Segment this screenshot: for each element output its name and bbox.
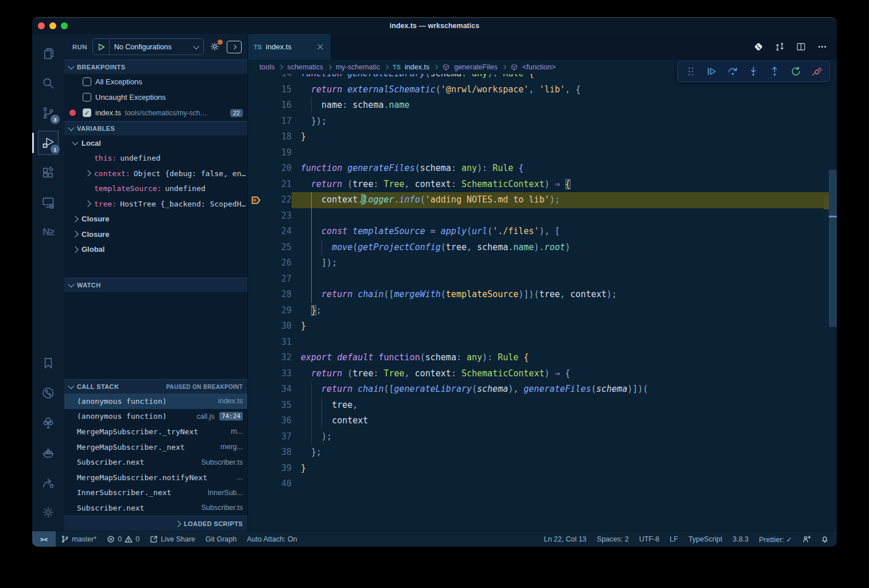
scrollbar-thumb[interactable] [829,170,837,327]
code-line-35[interactable]: 35 tree, [248,398,829,414]
code-line-16[interactable]: 16 name: schema.name [248,98,829,114]
gutter[interactable]: 32 [248,350,292,366]
activity-extensions[interactable] [34,158,62,188]
launch-configuration-dropdown[interactable]: No Configurations [92,38,204,55]
auto-attach-status[interactable]: Auto Attach: On [242,531,302,547]
variable-row[interactable]: Local [64,135,247,151]
variable-row[interactable]: Global [64,242,247,258]
call-stack-frame[interactable]: (anonymous function)call.js74:24 [64,409,247,425]
breadcrumb-folder[interactable]: schematics [287,63,323,71]
step-into-button[interactable] [746,64,762,80]
configure-gear-button[interactable] [209,41,222,53]
breadcrumb-symbol[interactable]: generateFiles [454,63,498,71]
breadcrumb-symbol[interactable]: <function> [522,63,556,71]
start-debugging-button[interactable] [93,39,110,54]
code-line-37[interactable]: 37 ); [248,429,829,445]
gutter[interactable]: 17 [248,114,292,130]
notifications-button[interactable] [816,531,837,547]
variable-row[interactable]: tree:HostTree {_backend: ScopedH… [64,196,247,212]
call-stack-header[interactable]: CALL STACK PAUSED ON BREAKPOINT [64,379,247,394]
gutter[interactable]: 36 [248,413,292,429]
code-line-23[interactable]: 23 [248,208,829,224]
breadcrumb-file[interactable]: index.ts [405,63,429,71]
activity-run-debug[interactable]: 1 [34,128,62,158]
gutter[interactable]: 24 [248,224,292,240]
activity-nx-console[interactable]: N≥ [34,217,62,247]
code-line-40[interactable]: 40 [248,476,829,492]
prettier-status[interactable]: Prettier: ✓ [754,531,797,547]
gutter[interactable]: 21 [248,177,292,193]
breadcrumb-folder[interactable]: my-schematic [336,63,380,71]
activity-search[interactable] [34,68,62,98]
checkbox[interactable]: ✓ [83,108,91,117]
activity-live-share[interactable] [34,468,62,497]
call-stack-frame[interactable]: Subscriber.nextSubscriber.ts [64,454,247,470]
step-over-button[interactable] [724,64,740,80]
step-out-button[interactable] [767,64,783,80]
branch-status[interactable]: master* [56,531,102,547]
gutter[interactable]: 19 [248,145,292,161]
open-changes-icon[interactable] [753,41,764,52]
code-line-38[interactable]: 38 }; [248,445,829,461]
code-line-18[interactable]: 18} [248,129,829,145]
toolbar-drag-handle[interactable] [682,64,699,80]
breakpoints-header[interactable]: BREAKPOINTS [64,60,247,74]
watch-header[interactable]: WATCH [64,278,247,292]
gutter[interactable]: 34 [248,381,292,398]
gutter[interactable]: 33 [248,366,292,382]
breakpoint-row[interactable]: ✓index.tstools/schematics/my-sch…22 [64,105,247,120]
encoding-status[interactable]: UTF-8 [634,531,664,547]
code-line-39[interactable]: 39} [248,461,829,477]
call-stack-frame[interactable]: Subscriber.nextSubscriber.ts [64,500,247,516]
activity-docker[interactable] [34,438,62,468]
gutter[interactable]: 26 [248,255,292,271]
gutter[interactable]: 25 [248,240,292,256]
variable-row[interactable]: Closure [64,227,247,242]
code-line-31[interactable]: 31 [248,334,829,351]
eol-status[interactable]: LF [665,531,684,547]
breadcrumb-folder[interactable]: tools [259,63,274,71]
gutter[interactable]: 29 [248,303,292,319]
code-line-30[interactable]: 30} [248,318,829,334]
gutter[interactable]: 28 [248,287,292,303]
code-line-24[interactable]: 24 const templateSource = apply(url('./f… [248,224,829,240]
current-line-breakpoint-icon[interactable] [248,192,264,208]
problems-status[interactable]: 0 0 [102,531,145,547]
typescript-version-status[interactable]: 3.8.3 [727,531,754,547]
code-line-36[interactable]: 36 context [248,413,829,429]
code-line-28[interactable]: 28 return chain([mergeWith(templateSourc… [248,287,829,303]
gutter[interactable]: 16 [248,98,292,114]
code-line-29[interactable]: 29 }; [248,303,829,319]
gutter[interactable]: 15 [248,82,292,98]
code-line-33[interactable]: 33 return (tree: Tree, context: Schemati… [248,366,829,382]
continue-button[interactable] [704,64,720,80]
call-stack-frame[interactable]: MergeMapSubscriber.notifyNext... [64,470,247,485]
gutter[interactable]: 38 [248,445,292,461]
synced-changes-icon[interactable] [774,41,785,52]
code-line-21[interactable]: 21 return (tree: Tree, context: Schemati… [248,177,829,193]
code-line-19[interactable]: 19 [248,145,829,161]
variable-row[interactable]: this:undefined [64,151,247,166]
code-line-20[interactable]: 20function generateFiles(schema: any): R… [248,161,829,177]
code-line-26[interactable]: 26 ]); [248,255,829,271]
gutter[interactable]: 22 [248,192,292,208]
call-stack-frame[interactable]: MergeMapSubscriber._tryNextm... [64,424,247,439]
gutter[interactable]: 39 [248,461,292,477]
code-line-15[interactable]: 15 return externalSchematic('@nrwl/works… [248,82,829,98]
feedback-button[interactable] [797,531,816,547]
call-stack-frame[interactable]: MergeMapSubscriber._nextmerg... [64,439,247,455]
gutter[interactable]: 40 [248,476,292,492]
variables-header[interactable]: VARIABLES [64,121,247,135]
activity-git-graph[interactable] [34,378,62,408]
activity-bookmarks[interactable] [34,348,62,378]
breakpoint-row[interactable]: Uncaught Exceptions [64,89,247,105]
live-share-status[interactable]: Live Share [145,531,200,547]
gutter[interactable]: 31 [248,334,292,351]
code-line-27[interactable]: 27 [248,271,829,287]
activity-source-control[interactable]: 3 [34,98,62,128]
language-status[interactable]: TypeScript [683,531,727,547]
more-actions-icon[interactable] [817,41,828,52]
close-tab-icon[interactable] [316,42,325,52]
cursor-position-status[interactable]: Ln 22, Col 13 [538,531,591,547]
gutter[interactable]: 18 [248,129,292,145]
